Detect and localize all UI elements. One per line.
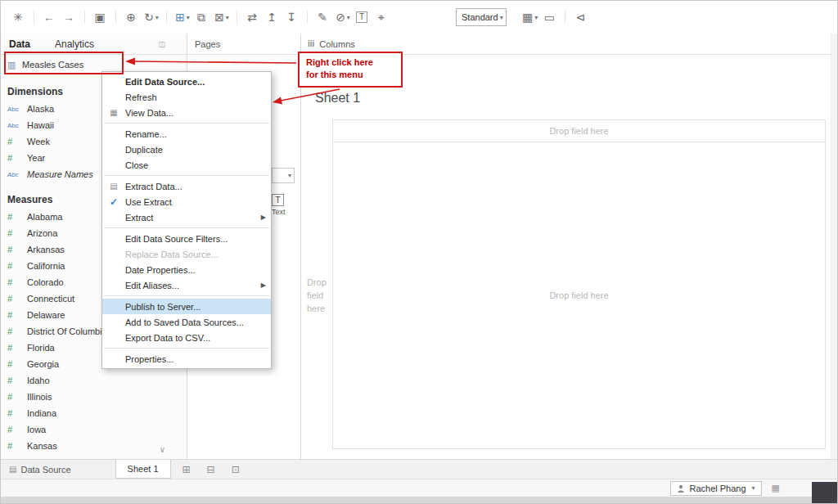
annotation-line: for this menu bbox=[306, 69, 394, 81]
field-type-icon: Abc bbox=[7, 171, 27, 178]
background-window-corner bbox=[812, 482, 837, 503]
undo-icon[interactable]: ← bbox=[40, 7, 60, 28]
tab-data-source[interactable]: ▤ Data Source bbox=[1, 460, 79, 479]
context-menu-item[interactable]: Add to Saved Data Sources... bbox=[102, 314, 271, 330]
drop-zone-main[interactable]: Drop field here bbox=[333, 142, 825, 448]
annotation-note: Right click here for this menu bbox=[298, 52, 403, 88]
context-menu-item[interactable]: Edit Data Source Filters... bbox=[102, 231, 271, 246]
context-menu-item[interactable]: ✓ Use Extract bbox=[102, 194, 271, 209]
context-menu-item[interactable]: Edit Aliases... ▶ bbox=[102, 277, 271, 293]
context-menu-item[interactable]: Replace Data Source... bbox=[102, 246, 271, 262]
user-account-menu[interactable]: Rachel Phang ▾ bbox=[670, 481, 761, 496]
tab-analytics[interactable]: Analytics bbox=[55, 38, 94, 50]
field-label: Measure Names bbox=[27, 169, 93, 179]
save-icon[interactable]: ▣ bbox=[91, 7, 110, 28]
redo-icon[interactable]: → bbox=[60, 7, 79, 28]
new-story-button[interactable]: ⊡ bbox=[227, 460, 245, 479]
window-edge bbox=[1, 497, 837, 503]
refresh-data-icon[interactable]: ↻ ▾ bbox=[142, 7, 161, 28]
field-type-icon: # bbox=[7, 245, 27, 254]
pane-window-icon[interactable]: ◫ bbox=[158, 40, 165, 48]
measure-field-item[interactable]: # Illinois bbox=[1, 389, 187, 405]
field-type-icon: # bbox=[7, 294, 27, 304]
field-type-icon: # bbox=[7, 408, 27, 418]
clear-sheet-icon[interactable]: ⊠ ▾ bbox=[212, 7, 232, 28]
menu-item-icon: ▦ bbox=[110, 108, 117, 117]
fit-mode-select[interactable]: Standard ▾ bbox=[456, 8, 507, 26]
vertical-scrollbar[interactable] bbox=[831, 34, 837, 459]
field-type-icon: # bbox=[7, 310, 27, 320]
pages-shelf[interactable]: Pages bbox=[187, 34, 300, 55]
new-data-source-icon[interactable]: ⊕ bbox=[122, 7, 142, 28]
context-menu-item[interactable]: Rename... bbox=[102, 126, 271, 142]
check-icon: ✓ bbox=[110, 196, 118, 208]
new-worksheet-button[interactable]: ⊞ bbox=[178, 460, 196, 479]
format-icon[interactable]: ⊘ ▾ bbox=[333, 7, 353, 28]
sheet-title: Sheet 1 bbox=[315, 91, 360, 106]
context-menu-item[interactable]: Duplicate bbox=[102, 142, 271, 157]
text-mark-icon: T bbox=[272, 194, 284, 206]
context-menu-item[interactable]: Date Properties... bbox=[102, 262, 271, 277]
chevron-down-icon: ▾ bbox=[752, 484, 755, 492]
drop-left-line: Drop bbox=[307, 277, 330, 290]
annotation-line: Right click here bbox=[306, 56, 394, 69]
context-menu-item[interactable]: ▤ Extract Data... bbox=[102, 178, 271, 194]
context-menu-item[interactable]: Edit Data Source... bbox=[102, 74, 271, 89]
grid-icon[interactable]: ▦ bbox=[772, 483, 780, 493]
context-menu-item[interactable]: ▦ View Data... bbox=[102, 105, 271, 120]
drop-zone-columns[interactable]: Drop field here bbox=[333, 120, 825, 142]
scroll-down-icon[interactable]: ∨ bbox=[160, 445, 165, 454]
field-label: Indiana bbox=[27, 408, 56, 418]
tableau-logo-icon[interactable]: ✳ bbox=[9, 7, 29, 28]
context-menu-item[interactable]: Publish to Server... bbox=[102, 299, 271, 314]
field-label: Idaho bbox=[27, 376, 50, 385]
marks-text-button[interactable]: T Text bbox=[272, 194, 296, 222]
toolbar: ✳ ← → ▣ ⊕ ↻ bbox=[1, 1, 837, 34]
sort-ascending-icon[interactable]: ↥ bbox=[263, 7, 282, 28]
field-label: District Of Columbia bbox=[27, 326, 107, 336]
data-source-tab-label: Data Source bbox=[20, 465, 70, 475]
tableau-window: ✳ ← → ▣ ⊕ ↻ bbox=[0, 0, 838, 504]
context-menu-item[interactable]: Close bbox=[102, 157, 271, 173]
menu-item-label: Publish to Server... bbox=[125, 302, 266, 312]
status-bar: Rachel Phang ▾ ▦ bbox=[1, 479, 837, 497]
sort-descending-icon[interactable]: ↧ bbox=[282, 7, 302, 28]
fix-axes-icon[interactable]: ⌖ bbox=[372, 7, 392, 28]
drop-left-line: field bbox=[307, 290, 330, 303]
new-dashboard-button[interactable]: ⊟ bbox=[202, 460, 220, 479]
menu-item-label: Date Properties... bbox=[125, 265, 266, 275]
duplicate-sheet-icon[interactable]: ⧉ bbox=[192, 7, 212, 28]
measure-field-item[interactable]: # Idaho bbox=[1, 372, 187, 389]
swap-rows-columns-icon[interactable]: ⇄ bbox=[243, 7, 263, 28]
drop-left-line: here bbox=[307, 303, 330, 316]
share-icon[interactable]: ⊲ bbox=[571, 7, 591, 28]
measure-field-item[interactable]: # Iowa bbox=[1, 421, 187, 438]
submenu-arrow-icon: ▶ bbox=[261, 281, 266, 289]
tab-data[interactable]: Data bbox=[9, 38, 30, 50]
menu-item-label: Duplicate bbox=[125, 145, 266, 155]
data-source-tab-icon: ▤ bbox=[9, 465, 16, 474]
highlight-icon[interactable]: ✎ bbox=[313, 7, 333, 28]
marks-type-dropdown[interactable]: ▾ bbox=[272, 168, 295, 183]
drop-zone-rows[interactable]: Drop field here bbox=[307, 277, 330, 316]
field-label: Georgia bbox=[27, 359, 59, 369]
menu-item-label: Extract Data... bbox=[125, 182, 266, 191]
new-worksheet-icon[interactable]: ⊞ ▾ bbox=[173, 7, 192, 28]
context-menu-item[interactable]: Refresh bbox=[102, 89, 271, 105]
menu-item-label: Replace Data Source... bbox=[125, 250, 266, 259]
measure-field-item[interactable]: # Indiana bbox=[1, 405, 187, 421]
presentation-mode-icon[interactable]: ▭ bbox=[540, 7, 560, 28]
show-me-icon[interactable]: ▦ ▾ bbox=[520, 7, 540, 28]
menu-item-label: Edit Aliases... bbox=[125, 281, 261, 290]
menu-item-label: Extract bbox=[125, 213, 261, 223]
datasource-label: Measles Cases bbox=[22, 60, 83, 70]
field-label: Florida bbox=[27, 343, 55, 353]
context-menu-item[interactable]: Extract ▶ bbox=[102, 209, 271, 225]
show-mark-labels-icon[interactable]: T bbox=[353, 7, 372, 28]
tab-sheet-1[interactable]: Sheet 1 bbox=[115, 460, 171, 479]
menu-item-label: Close bbox=[125, 160, 266, 170]
context-menu-item[interactable]: Properties... bbox=[102, 351, 271, 367]
context-menu-item[interactable]: Export Data to CSV... bbox=[102, 330, 271, 345]
fit-mode-value: Standard bbox=[462, 12, 498, 22]
field-label: Year bbox=[27, 153, 45, 163]
